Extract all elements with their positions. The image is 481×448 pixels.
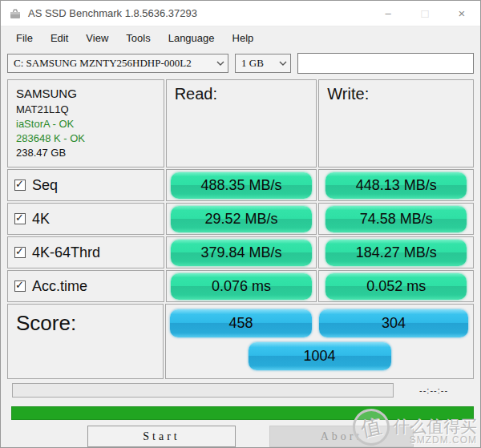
status-box: [297, 53, 474, 74]
close-icon[interactable]: ×: [443, 1, 480, 26]
menu-item-language[interactable]: Language: [160, 30, 224, 46]
test-size-select[interactable]: 1 GB: [235, 54, 291, 73]
overall-progress-bar: [11, 406, 474, 420]
drive-capacity: 238.47 GB: [16, 146, 156, 160]
row-acctime: ✓ Acc.time 0.076 ms 0.052 ms: [7, 270, 474, 302]
test-size-value: 1 GB: [241, 57, 274, 70]
menu-item-file[interactable]: File: [7, 30, 42, 46]
check-icon: ✓: [15, 279, 24, 291]
drive-info-panel: SAMSUNG MAT21L1Q iaStorA - OK 283648 K -…: [7, 79, 164, 167]
score-total-value: 1004: [249, 342, 391, 370]
4k-write-value: 74.58 MB/s: [325, 206, 467, 232]
row-label: Seq: [32, 177, 58, 194]
acctime-write-value: 0.052 ms: [325, 273, 467, 300]
window-controls: – □ ×: [370, 1, 480, 26]
drive-select-value: C: SAMSUNG MZNTY256HDHP-000L2: [14, 57, 212, 70]
menu-item-help[interactable]: Help: [224, 30, 263, 46]
write-column-header: Write:: [318, 79, 474, 167]
4k64thrd-write-cell: 184.27 MB/s: [318, 236, 474, 268]
4k-checkbox[interactable]: ✓: [14, 213, 26, 224]
title-bar: AS SSD Benchmark 1.8.5636.37293 – □ ×: [1, 1, 480, 26]
time-remaining: --:--:--: [419, 385, 448, 395]
check-icon: ✓: [15, 212, 24, 224]
drive-vendor: SAMSUNG: [16, 87, 156, 101]
menu-bar: File Edit View Tools Language Help: [1, 26, 480, 49]
4k64thrd-read-value: 379.84 MB/s: [171, 240, 312, 266]
seq-write-cell: 448.13 MB/s: [318, 169, 474, 201]
app-icon: [9, 7, 22, 20]
row-label: Acc.time: [32, 278, 87, 295]
seq-write-value: 448.13 MB/s: [325, 172, 467, 199]
check-icon: ✓: [15, 178, 24, 190]
seq-read-cell: 488.35 MB/s: [166, 169, 317, 201]
4k64thrd-checkbox[interactable]: ✓: [14, 247, 26, 258]
window-title: AS SSD Benchmark 1.8.5636.37293: [28, 7, 370, 19]
4k64thrd-write-value: 184.27 MB/s: [325, 240, 467, 266]
seq-read-value: 488.35 MB/s: [171, 172, 312, 199]
drive-alignment-status: 283648 K - OK: [16, 131, 156, 146]
progress-row: --:--:--: [12, 382, 474, 398]
results-grid: SAMSUNG MAT21L1Q iaStorA - OK 283648 K -…: [1, 76, 480, 447]
row-4k-label-cell: ✓ 4K: [7, 203, 164, 235]
maximize-icon[interactable]: □: [406, 1, 443, 26]
acctime-read-cell: 0.076 ms: [166, 270, 317, 302]
row-4k: ✓ 4K 29.52 MB/s 74.58 MB/s: [7, 203, 474, 235]
row-4k64thrd: ✓ 4K-64Thrd 379.84 MB/s 184.27 MB/s: [7, 236, 474, 268]
menu-item-edit[interactable]: Edit: [42, 30, 77, 46]
test-progress-bar: [12, 383, 394, 398]
minimize-icon[interactable]: –: [370, 1, 406, 26]
row-acctime-label-cell: ✓ Acc.time: [7, 270, 164, 302]
toolbar: C: SAMSUNG MZNTY256HDHP-000L2 1 GB: [1, 49, 480, 76]
seq-checkbox[interactable]: ✓: [14, 180, 26, 191]
abort-button[interactable]: Abort: [269, 426, 414, 447]
app-window: AS SSD Benchmark 1.8.5636.37293 – □ × Fi…: [0, 0, 481, 448]
score-row: Score: 458 304 1004: [7, 304, 474, 379]
row-4k64thrd-label-cell: ✓ 4K-64Thrd: [7, 236, 164, 268]
score-values-cell: 458 304 1004: [165, 304, 474, 379]
4k-read-value: 29.52 MB/s: [171, 206, 312, 232]
acctime-checkbox[interactable]: ✓: [14, 281, 26, 292]
chevron-down-icon: [279, 61, 287, 66]
header-row: SAMSUNG MAT21L1Q iaStorA - OK 283648 K -…: [7, 79, 474, 167]
start-button[interactable]: Start: [87, 426, 236, 447]
read-column-header: Read:: [166, 79, 317, 167]
4k-write-cell: 74.58 MB/s: [318, 203, 474, 235]
4k64thrd-read-cell: 379.84 MB/s: [166, 236, 317, 268]
drive-select[interactable]: C: SAMSUNG MZNTY256HDHP-000L2: [7, 54, 228, 73]
acctime-read-value: 0.076 ms: [171, 273, 312, 300]
menu-item-tools[interactable]: Tools: [117, 30, 159, 46]
menu-item-view[interactable]: View: [77, 30, 117, 46]
4k-read-cell: 29.52 MB/s: [166, 203, 317, 235]
score-write-value: 304: [319, 309, 468, 337]
drive-firmware: MAT21L1Q: [16, 103, 156, 117]
row-label: 4K-64Thrd: [32, 244, 100, 261]
check-icon: ✓: [15, 245, 24, 257]
score-read-value: 458: [170, 309, 312, 337]
action-buttons: Start Abort: [7, 426, 474, 447]
acctime-write-cell: 0.052 ms: [318, 270, 474, 302]
row-seq-label-cell: ✓ Seq: [7, 169, 164, 201]
drive-driver-status: iaStorA - OK: [16, 117, 156, 131]
row-label: 4K: [32, 211, 50, 228]
row-seq: ✓ Seq 488.35 MB/s 448.13 MB/s: [7, 169, 474, 201]
chevron-down-icon: [216, 61, 224, 66]
score-label-cell: Score:: [7, 304, 164, 379]
